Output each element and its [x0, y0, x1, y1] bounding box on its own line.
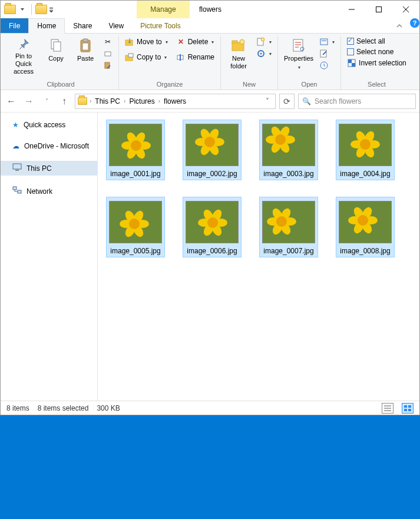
ribbon-tabs: File Home Share View Picture Tools ? [1, 18, 419, 34]
file-name: image_0004.jpg [340, 170, 390, 178]
svg-rect-1 [376, 7, 382, 12]
nav-this-pc[interactable]: This PC [1, 161, 97, 176]
nav-quick-access[interactable]: ★ Quick access [1, 118, 97, 131]
copy-to-icon [125, 52, 134, 62]
file-item[interactable]: image_0008.jpg [336, 197, 395, 257]
forward-button[interactable]: → [22, 94, 36, 108]
qat-folder-icon[interactable] [35, 5, 47, 14]
rename-button[interactable]: Rename [174, 51, 217, 63]
new-folder-icon [230, 37, 247, 54]
tab-picture-tools[interactable]: Picture Tools [132, 18, 188, 33]
navigation-pane: ★ Quick access ☁ OneDrive - Microsoft Th… [1, 113, 98, 401]
delete-label: Delete [188, 38, 209, 46]
thumbnail-image [262, 124, 315, 166]
close-button[interactable] [392, 1, 419, 18]
rename-label: Rename [188, 53, 214, 61]
copy-to-label: Copy to [137, 53, 161, 61]
svg-rect-32 [15, 170, 19, 171]
address-dropdown[interactable]: ˅ [262, 97, 273, 105]
help-icon[interactable]: ? [410, 18, 419, 28]
delete-button[interactable]: ✕ Delete▾ [174, 36, 217, 48]
pc-icon [12, 163, 22, 173]
svg-rect-13 [128, 54, 133, 57]
svg-rect-25 [320, 39, 328, 45]
chevron-right-icon[interactable]: › [124, 98, 125, 104]
app-icon[interactable] [4, 5, 16, 14]
svg-rect-29 [348, 59, 352, 63]
file-item[interactable]: image_0002.jpg [183, 120, 242, 180]
properties-button[interactable]: Properties ▾ [282, 36, 316, 72]
nav-this-pc-label: This PC [27, 164, 52, 173]
tab-view[interactable]: View [100, 18, 132, 33]
svg-point-18 [240, 39, 244, 44]
pin-to-quick-access-button[interactable]: Pin to Quick access [6, 36, 41, 77]
file-item[interactable]: image_0006.jpg [183, 197, 242, 257]
svg-rect-34 [18, 190, 21, 193]
new-item-button[interactable]: ▾ [254, 36, 274, 48]
qat-overflow[interactable] [48, 3, 54, 16]
minimize-button[interactable] [338, 1, 365, 18]
edit-button[interactable] [317, 48, 337, 59]
file-name: image_0003.jpg [263, 170, 313, 178]
select-none-button[interactable]: Select none [345, 47, 409, 57]
thumbnail-image [339, 124, 392, 166]
content-pane[interactable]: image_0001.jpgimage_0002.jpgimage_0003.j… [98, 113, 419, 401]
svg-rect-38 [408, 409, 411, 411]
file-item[interactable]: image_0005.jpg [106, 197, 165, 257]
file-name: image_0008.jpg [340, 247, 390, 255]
svg-rect-9 [105, 52, 111, 56]
file-item[interactable]: image_0007.jpg [259, 197, 318, 257]
tab-home[interactable]: Home [28, 18, 65, 34]
up-button[interactable]: ↑ [57, 94, 71, 108]
ribbon-collapse[interactable] [391, 18, 408, 33]
file-item[interactable]: image_0001.jpg [106, 120, 165, 180]
crumb-pictures[interactable]: Pictures [128, 97, 156, 105]
details-view-button[interactable] [382, 403, 393, 414]
svg-rect-8 [82, 43, 88, 50]
tab-share[interactable]: Share [65, 18, 100, 33]
clipboard-group-label: Clipboard [47, 80, 74, 90]
easy-access-button[interactable]: ▾ [254, 48, 274, 59]
new-group-label: New [243, 80, 256, 90]
copy-to-button[interactable]: Copy to▾ [123, 51, 170, 63]
paste-label: Paste [77, 55, 94, 62]
paste-button[interactable]: Paste [71, 36, 100, 64]
thumbnails-view-button[interactable] [402, 403, 414, 414]
thumbnail-image [186, 124, 239, 166]
recent-locations-button[interactable]: ˅ [39, 94, 54, 108]
paste-shortcut-button[interactable] [101, 59, 115, 71]
maximize-button[interactable] [365, 1, 392, 18]
qat-dropdown[interactable] [17, 3, 28, 16]
address-bar[interactable]: › This PC › Pictures › flowers ˅ [75, 94, 276, 109]
file-item[interactable]: image_0003.jpg [259, 120, 318, 180]
new-folder-button[interactable]: New folder [224, 36, 253, 71]
open-button[interactable]: ▾ [317, 36, 337, 48]
file-item[interactable]: image_0004.jpg [336, 120, 395, 180]
move-to-button[interactable]: Move to▾ [123, 36, 170, 48]
contextual-tab-manage[interactable]: Manage [137, 1, 190, 18]
crumb-flowers[interactable]: flowers [163, 97, 187, 105]
tab-file[interactable]: File [1, 18, 28, 33]
select-all-button[interactable]: Select all [345, 36, 409, 47]
search-box[interactable]: 🔍 Search flowers [298, 94, 416, 109]
nav-network[interactable]: Network [1, 184, 97, 199]
cut-button[interactable]: ✂ [101, 36, 115, 48]
history-button[interactable] [317, 59, 337, 71]
copy-path-button[interactable] [101, 48, 115, 59]
nav-onedrive[interactable]: ☁ OneDrive - Microsoft [1, 140, 97, 153]
scissors-icon: ✂ [103, 37, 113, 47]
cloud-icon: ☁ [12, 142, 19, 150]
svg-rect-17 [232, 41, 237, 43]
back-button[interactable]: ← [4, 94, 18, 108]
crumb-this-pc[interactable]: This PC [94, 97, 121, 105]
invert-selection-label: Invert selection [359, 59, 406, 67]
chevron-right-icon[interactable]: › [90, 98, 91, 104]
invert-selection-button[interactable]: Invert selection [345, 57, 409, 69]
search-icon: 🔍 [302, 97, 311, 105]
properties-label: Properties [284, 55, 313, 62]
select-all-icon [347, 38, 354, 45]
chevron-right-icon[interactable]: › [158, 98, 160, 104]
nav-network-label: Network [27, 187, 52, 196]
refresh-button[interactable]: ⟳ [279, 94, 295, 109]
copy-button[interactable]: Copy [42, 36, 70, 64]
